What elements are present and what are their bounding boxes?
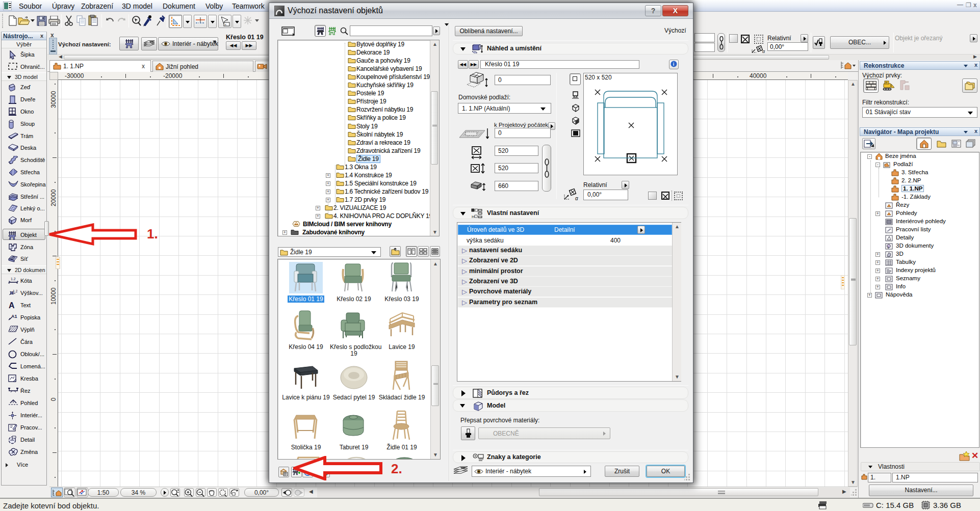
svg-text:A: A — [9, 301, 15, 309]
svg-text:α: α — [762, 49, 765, 53]
svg-text:1.2: 1.2 — [11, 277, 16, 281]
svg-text:1.2: 1.2 — [13, 289, 17, 293]
svg-text:x:: x: — [225, 23, 227, 26]
svg-text:H: H — [472, 214, 475, 219]
svg-text:A1: A1 — [11, 314, 17, 319]
svg-text:i: i — [673, 62, 675, 67]
svg-text:α: α — [575, 196, 578, 201]
